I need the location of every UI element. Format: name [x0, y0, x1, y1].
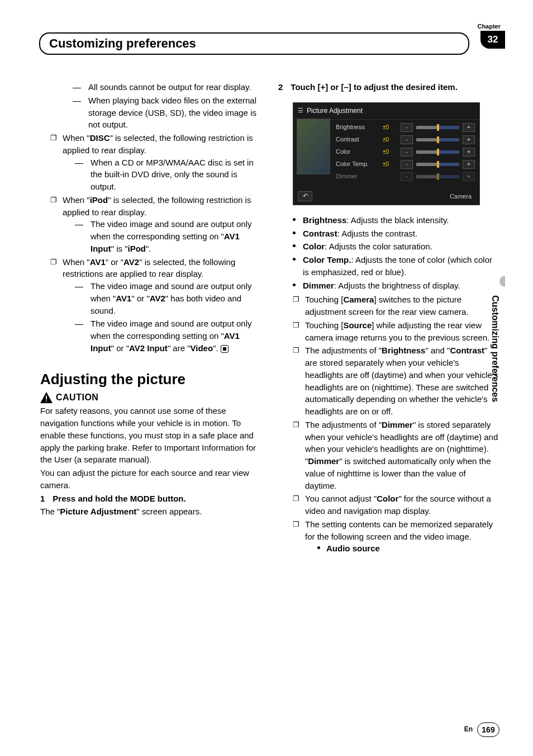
screenshot-menu-icon: ☰: [298, 106, 303, 115]
screenshot-row-color: Color ±0 - +: [336, 148, 475, 157]
bullet-item: Color: Adjusts the color saturation.: [293, 240, 499, 253]
box-item: The adjustments of "Brightness" and "Con…: [293, 344, 499, 418]
step-2-heading: 2Touch [+] or [–] to adjust the desired …: [278, 81, 499, 93]
screenshot-preview-image: [297, 119, 330, 174]
caution-label: CAUTION: [56, 391, 98, 404]
camera-button[interactable]: Camera: [446, 191, 475, 202]
footer-lang: En: [464, 725, 473, 734]
minus-button[interactable]: -: [401, 172, 413, 181]
box-item: When "AV1" or "AV2" is selected, the fol…: [50, 256, 261, 355]
notes-box-list: Touching [Camera] switches to the pictur…: [293, 294, 499, 555]
step-1-body: The "Picture Adjustment" screen appears.: [40, 505, 261, 518]
svg-rect-1: [46, 400, 47, 401]
plus-button[interactable]: +: [463, 135, 475, 144]
box-item: The adjustments of "Dimmer" is stored se…: [293, 419, 499, 492]
content-columns: All sounds cannot be output for rear dis…: [0, 50, 533, 556]
page-header: Chapter 32 Customizing preferences: [0, 0, 533, 50]
box-item: You cannot adjust "Color" for the source…: [293, 493, 499, 517]
dash-item: The video image and sound are output onl…: [75, 280, 261, 316]
screenshot-row-dimmer: Dimmer - +: [336, 172, 475, 181]
caution-heading: CAUTION: [40, 391, 261, 404]
dash-item: When playing back video files on the ext…: [73, 94, 261, 131]
box-item: When "DISC" is selected, the following r…: [50, 132, 261, 193]
dash-item: All sounds cannot be output for rear dis…: [73, 81, 261, 93]
box-list: When "DISC" is selected, the following r…: [50, 132, 261, 355]
bullet-item: Dimmer: Adjusts the brightness of displa…: [293, 280, 499, 292]
dash-item: When a CD or MP3/WMA/AAC disc is set in …: [75, 157, 261, 193]
page-number: 169: [477, 722, 499, 737]
screenshot-title: Picture Adjustment: [307, 106, 363, 116]
box-item: The setting contents can be memorized se…: [293, 518, 499, 555]
screenshot-row-contrast: Contrast ±0 - +: [336, 135, 475, 144]
warning-icon: [40, 392, 53, 403]
chapter-label: Chapter: [477, 22, 501, 31]
minus-button[interactable]: -: [401, 135, 413, 144]
section-end-icon: [221, 345, 229, 353]
minus-button[interactable]: -: [401, 160, 413, 169]
continuation-dash-list: All sounds cannot be output for rear dis…: [73, 81, 261, 131]
plus-button[interactable]: +: [463, 160, 475, 169]
left-column: All sounds cannot be output for rear dis…: [40, 81, 261, 556]
footer: En 169: [464, 722, 499, 737]
minus-button[interactable]: -: [401, 123, 413, 132]
intro-paragraph: You can adjust the picture for each sour…: [40, 467, 261, 492]
dash-item: The video image and sound are output onl…: [75, 218, 261, 254]
plus-button[interactable]: +: [463, 172, 475, 181]
back-button[interactable]: ↶: [298, 191, 312, 201]
svg-rect-0: [46, 395, 47, 399]
step-1-heading: 1Press and hold the MODE button.: [40, 493, 261, 505]
minus-button[interactable]: -: [401, 148, 413, 157]
screenshot-row-color-temp: Color Temp. ±0 - +: [336, 160, 475, 169]
dash-item: The video image and sound are output onl…: [75, 318, 261, 354]
right-column: 2Touch [+] or [–] to adjust the desired …: [278, 81, 499, 556]
chapter-number-tab: 32: [480, 31, 505, 49]
page-title: Customizing preferences: [39, 32, 469, 55]
caution-paragraph: For safety reasons, you cannot use some …: [40, 405, 261, 466]
box-item: When "iPod" is selected, the following r…: [50, 194, 261, 255]
adjustment-bullets: Brightness: Adjusts the black intensity.…: [293, 214, 499, 292]
picture-adjustment-screenshot: ☰ Picture Adjustment Brightness ±0 - + C…: [293, 102, 480, 205]
screenshot-row-brightness: Brightness ±0 - +: [336, 123, 475, 132]
section-heading: Adjusting the picture: [40, 369, 261, 390]
box-item: Touching [Camera] switches to the pictur…: [293, 294, 499, 318]
bullet-item: Color Temp.: Adjusts the tone of color (…: [293, 254, 499, 278]
bullet-item: Brightness: Adjusts the black intensity.: [293, 214, 499, 226]
plus-button[interactable]: +: [463, 123, 475, 132]
plus-button[interactable]: +: [463, 148, 475, 157]
bullet-item: Contrast: Adjusts the contrast.: [293, 228, 499, 240]
nested-bullet-item: Audio source: [317, 542, 499, 555]
box-item: Touching [Source] while adjusting the re…: [293, 319, 499, 344]
